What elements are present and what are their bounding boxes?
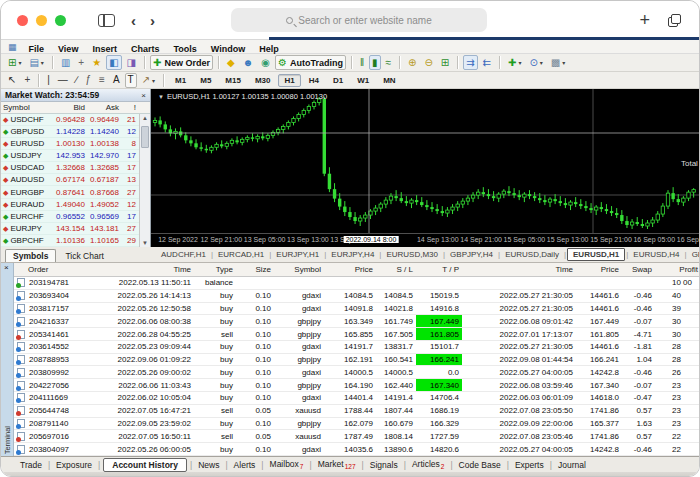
terminal-tab-account-history[interactable]: Account History (103, 458, 187, 472)
experts-button[interactable]: ☻ (240, 55, 257, 70)
tile-windows-button[interactable]: ⊞ (438, 55, 452, 70)
metaeditor-button[interactable]: ◆ (224, 55, 238, 70)
indicators-button[interactable]: ✚▾ (505, 55, 524, 70)
market-watch-row-usdcad[interactable]: ◆USDCAD1.326681.3268517 (1, 162, 150, 174)
table-row[interactable]: 2036934042022.05.26 14:14:13buy0.10gdaxi… (14, 290, 699, 303)
market-watch-button[interactable]: ▥ (58, 55, 73, 70)
scroll-down-icon[interactable]: ▼ (140, 240, 150, 246)
chart-tab-eurcad-h1[interactable]: EURCAD,H1 (214, 250, 268, 259)
chart-tab-eurjpy-h1[interactable]: EURJPY,H1 (272, 250, 323, 259)
timeframe-button-m30[interactable]: M30 (249, 74, 277, 87)
market-watch-column-[interactable]: ! (121, 103, 138, 112)
timeframe-button-m15[interactable]: M15 (219, 74, 247, 87)
scroll-thumb[interactable] (141, 126, 149, 148)
chart-tab-eurusd-m30[interactable]: EURUSD,M30 (382, 250, 442, 259)
menu-item-file[interactable]: File (22, 44, 52, 54)
column-header-profit[interactable]: Profit (655, 263, 699, 276)
close-icon[interactable]: × (141, 91, 146, 100)
data-window-button[interactable]: + (75, 55, 87, 70)
terminal-tab-journal[interactable]: Journal (553, 460, 591, 470)
templates-button[interactable]: ▩▾ (548, 55, 568, 70)
market-watch-row-eurjpy[interactable]: ◆EURJPY143.154143.18127 (1, 223, 150, 235)
market-watch-row-gbpusd[interactable]: ◆GBPUSD1.142281.1424012 (1, 126, 150, 138)
back-button[interactable]: ‹ (131, 13, 136, 28)
table-row[interactable]: 2038040972022.05.26 06:00:05buy0.10gdaxi… (14, 443, 699, 456)
market-watch-column-ask[interactable]: Ask (87, 103, 121, 112)
terminal-tab-experts[interactable]: Experts (510, 460, 549, 470)
market-watch-row-eurusd[interactable]: ◆EURUSD1.001301.001388 (1, 138, 150, 150)
column-header-price[interactable]: Price (324, 263, 376, 276)
scroll-up-icon[interactable]: ▲ (140, 115, 150, 121)
new-tab-button[interactable]: + (639, 11, 650, 29)
table-row[interactable]: 2031947812022.05.13 11:50:11balance10 00 (14, 277, 699, 290)
market-watch-column-symbol[interactable]: Symbol (1, 103, 53, 112)
candlestick-chart-button[interactable]: ▮ (369, 55, 381, 70)
close-window-button[interactable] (17, 15, 28, 26)
new-order-button[interactable]: ✚New Order (150, 55, 213, 70)
forward-button[interactable]: › (150, 13, 155, 28)
chart-tab-eurusd-h1[interactable]: EURUSD,H1 (567, 248, 625, 261)
chart-tab-gbpjpy-h4[interactable]: GBPJPY,H4 (446, 250, 497, 259)
label-button[interactable]: T (125, 73, 137, 88)
column-header-swap[interactable]: Swap (622, 263, 655, 276)
menu-item-view[interactable]: View (51, 44, 85, 54)
bar-chart-button[interactable]: ‖ (357, 55, 367, 70)
minimize-window-button[interactable] (36, 15, 47, 26)
column-header-size[interactable]: Size (236, 263, 274, 276)
menu-item-window[interactable]: Window (204, 44, 252, 54)
address-bar[interactable]: Search or enter website name (231, 8, 487, 32)
market-watch-row-usdchf[interactable]: ◆USDCHF0.964280.9644921 (1, 114, 150, 126)
vertical-line-button[interactable]: | (44, 73, 53, 88)
chart-collapse-icon[interactable]: ▼ (158, 94, 164, 100)
terminal-tab-alerts[interactable]: Alerts (229, 460, 261, 470)
market-watch-tab-symbols[interactable]: Symbols (5, 249, 56, 262)
chart-tab-eurusd-h4[interactable]: EURUSD,H4 (629, 250, 683, 259)
chart-tab-gbpjpy-h1[interactable]: GBPJPY,H1 (688, 250, 699, 259)
terminal-tab-articles[interactable]: Articles2 (407, 459, 450, 471)
zoom-out-button[interactable]: ⊖ (421, 55, 435, 70)
horizontal-line-button[interactable]: — (55, 73, 71, 88)
table-row[interactable]: 2087889532022.09.06 01:09:22buy0.10gbpjp… (14, 354, 699, 367)
market-watch-tab-tick-chart[interactable]: Tick Chart (58, 250, 110, 262)
table-row[interactable]: 2038099922022.05.26 09:00:02buy0.10gdaxi… (14, 366, 699, 379)
timeframe-button-w1[interactable]: W1 (351, 74, 375, 87)
new-chart-button[interactable]: ⊞▾ (5, 55, 24, 70)
autotrading-button[interactable]: ⚙AutoTrading (275, 55, 346, 70)
column-header-time[interactable]: Time (462, 263, 576, 276)
menu-item-charts[interactable]: Charts (124, 44, 167, 54)
terminal-tab-market[interactable]: Market127 (313, 459, 361, 471)
timeframe-button-h4[interactable]: H4 (303, 74, 325, 87)
zoom-window-button[interactable] (55, 15, 66, 26)
chart-tab-eurusd-daily[interactable]: EURUSD,Daily (501, 250, 563, 259)
trendline-button[interactable]: ∕ (73, 73, 81, 88)
market-watch-column-bid[interactable]: Bid (53, 103, 87, 112)
market-watch-row-euraud[interactable]: ◆EURAUD1.490401.4905212 (1, 199, 150, 211)
chart-tab-audchf-h1[interactable]: AUDCHF,H1 (157, 250, 210, 259)
column-header-sl[interactable]: S / L (376, 263, 416, 276)
chart-shift-button[interactable]: ⇇ (480, 55, 494, 70)
table-row[interactable]: 2087911402022.09.05 23:59:02buy0.10gbpjp… (14, 418, 699, 431)
strategy-tester-button[interactable]: ◨ (124, 55, 139, 70)
close-icon[interactable]: × (4, 263, 9, 272)
terminal-tab-signals[interactable]: Signals (365, 460, 403, 470)
terminal-button[interactable]: ◧ (106, 55, 121, 70)
table-row[interactable]: 2056447482022.07.05 16:47:21sell0.05xauu… (14, 405, 699, 418)
column-header-tp[interactable]: T / P (416, 263, 462, 276)
market-watch-scrollbar[interactable]: ▲▼ (139, 114, 150, 247)
column-header-order[interactable]: Order (14, 263, 100, 276)
market-watch-row-audusd[interactable]: ◆AUDUSD0.671740.6718713 (1, 174, 150, 186)
timeframe-button-mn[interactable]: MN (377, 74, 401, 87)
navigator-button[interactable]: ★ (89, 55, 104, 70)
column-header-type[interactable]: Type (194, 263, 236, 276)
market-watch-row-usdjpy[interactable]: ◆USDJPY142.953142.97017 (1, 150, 150, 162)
timeframe-button-m5[interactable]: M5 (194, 74, 217, 87)
terminal-tab-news[interactable]: News (193, 460, 224, 470)
market-watch-row-eurgbp[interactable]: ◆EURGBP0.876410.8766827 (1, 186, 150, 198)
table-row[interactable]: 2042163372022.06.06 08:00:38buy0.10gbpjp… (14, 315, 699, 328)
cursor-button[interactable]: ↖ (5, 73, 19, 88)
line-chart-button[interactable]: ≈ (383, 55, 395, 70)
auto-scroll-button[interactable]: ⇉ (463, 55, 477, 70)
terminal-tab-exposure[interactable]: Exposure (51, 460, 97, 470)
crosshair-button[interactable]: + (21, 73, 33, 88)
chart-tab-eurjpy-h4[interactable]: EURJPY,H4 (327, 250, 378, 259)
